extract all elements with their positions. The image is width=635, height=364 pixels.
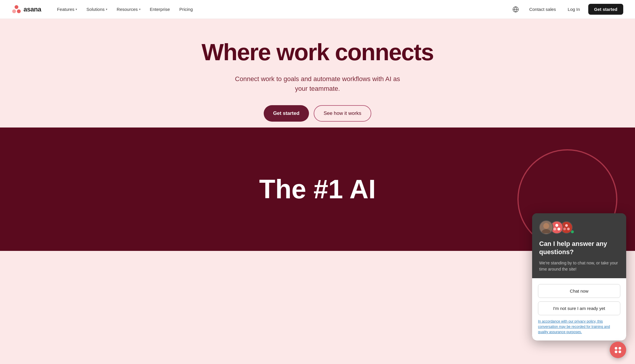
contact-sales-link[interactable]: Contact sales: [526, 4, 559, 14]
logo-link[interactable]: asana: [12, 5, 41, 14]
login-link[interactable]: Log In: [564, 4, 584, 14]
hero-section: Where work connects Connect work to goal…: [0, 19, 635, 128]
chat-title: Can I help answer any questions?: [539, 240, 619, 251]
chevron-down-icon: ▾: [139, 8, 141, 11]
logo-text: asana: [24, 6, 41, 13]
chevron-down-icon: ▾: [76, 8, 77, 11]
asana-dots-2-icon: [563, 224, 570, 231]
nav-pricing[interactable]: Pricing: [175, 4, 197, 14]
nav-links: Features ▾ Solutions ▾ Resources ▾ Enter…: [53, 4, 510, 14]
svg-point-8: [553, 228, 556, 231]
chat-header: Can I help answer any questions? We're s…: [532, 213, 626, 251]
chat-avatars: [539, 220, 619, 234]
svg-point-2: [17, 9, 21, 13]
svg-point-10: [565, 224, 568, 227]
svg-point-12: [567, 227, 570, 230]
svg-point-1: [12, 9, 16, 13]
nav-resources[interactable]: Resources ▾: [113, 4, 145, 14]
chat-widget: Can I help answer any questions? We're s…: [532, 213, 626, 251]
asana-dots-icon: [553, 223, 561, 232]
svg-point-5: [543, 223, 549, 229]
person-icon: [540, 222, 552, 233]
asana-logo-icon: [12, 5, 21, 14]
svg-point-9: [557, 228, 560, 231]
svg-point-6: [542, 229, 551, 233]
svg-point-0: [15, 5, 19, 9]
svg-point-7: [555, 224, 558, 227]
nav-get-started-button[interactable]: Get started: [588, 4, 623, 15]
avatar-1: [539, 220, 553, 234]
hero-title: Where work connects: [6, 39, 629, 65]
hero-see-how-button[interactable]: See how it works: [314, 105, 372, 122]
hero-buttons: Get started See how it works: [6, 105, 629, 122]
chevron-down-icon: ▾: [106, 8, 107, 11]
hero-subtitle: Connect work to goals and automate workf…: [229, 74, 406, 93]
navbar: asana Features ▾ Solutions ▾ Resources ▾…: [0, 0, 635, 19]
svg-point-11: [563, 227, 566, 230]
dark-section-text: The #1 AI: [259, 174, 376, 204]
nav-features[interactable]: Features ▾: [53, 4, 81, 14]
nav-solutions[interactable]: Solutions ▾: [82, 4, 111, 14]
hero-get-started-button[interactable]: Get started: [264, 105, 309, 122]
globe-icon[interactable]: [510, 4, 521, 15]
nav-right: Contact sales Log In Get started: [510, 4, 623, 15]
nav-enterprise[interactable]: Enterprise: [146, 4, 174, 14]
